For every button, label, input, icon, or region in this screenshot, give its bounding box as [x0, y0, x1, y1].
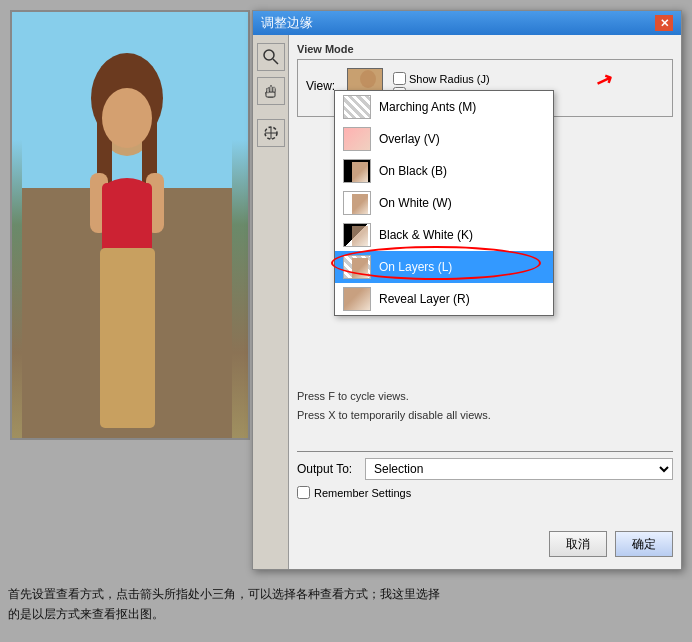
- output-label: Output To:: [297, 462, 357, 476]
- menu-thumb-bw: [343, 223, 371, 247]
- dialog-body: View Mode ↙ View: Show Radius (J): [253, 35, 681, 569]
- dialog-content: View Mode ↙ View: Show Radius (J): [289, 35, 681, 569]
- output-row: Output To: Selection Layer Mask New Laye…: [297, 458, 673, 480]
- hint-line2: Press X to temporarily disable all views…: [297, 406, 673, 425]
- menu-item-on-layers[interactable]: On Layers (L): [335, 251, 553, 283]
- menu-label-bw: Black & White (K): [379, 228, 473, 242]
- menu-label-on-black: On Black (B): [379, 164, 447, 178]
- menu-thumb-ants: [343, 95, 371, 119]
- menu-item-on-white[interactable]: On White (W): [335, 187, 553, 219]
- menu-label-on-layers: On Layers (L): [379, 260, 452, 274]
- zoom-tool-button[interactable]: [257, 43, 285, 71]
- photo-figure: [22, 28, 232, 438]
- menu-item-on-black[interactable]: On Black (B): [335, 155, 553, 187]
- svg-rect-15: [267, 88, 269, 93]
- menu-item-marching-ants[interactable]: Marching Ants (M): [335, 91, 553, 123]
- hand-tool-button[interactable]: [257, 77, 285, 105]
- svg-line-13: [273, 59, 278, 64]
- ok-button[interactable]: 确定: [615, 531, 673, 557]
- output-section: Output To: Selection Layer Mask New Laye…: [297, 445, 673, 499]
- menu-label-marching-ants: Marching Ants (M): [379, 100, 476, 114]
- remember-settings-checkbox[interactable]: [297, 486, 310, 499]
- hint-area: Press F to cycle views. Press X to tempo…: [297, 387, 673, 424]
- dialog-close-button[interactable]: ✕: [655, 15, 673, 31]
- svg-rect-11: [100, 248, 155, 428]
- button-row: 取消 确定: [549, 531, 673, 557]
- view-mode-section: ↙ View: Show Radius (J): [297, 59, 673, 117]
- toolbar: [253, 35, 289, 569]
- menu-item-reveal-layer[interactable]: Reveal Layer (R): [335, 283, 553, 315]
- main-background: 调整边缘 ✕ View Mode: [0, 0, 692, 580]
- menu-thumb-on-white: [343, 191, 371, 215]
- menu-thumb-onblack: [343, 159, 371, 183]
- menu-thumb-reveal: [343, 287, 371, 311]
- show-radius-checkbox[interactable]: [393, 72, 406, 85]
- hint-line1: Press F to cycle views.: [297, 387, 673, 406]
- menu-item-overlay[interactable]: Overlay (V): [335, 123, 553, 155]
- svg-rect-17: [273, 87, 275, 92]
- cancel-button[interactable]: 取消: [549, 531, 607, 557]
- svg-point-23: [360, 70, 376, 88]
- remember-label: Remember Settings: [314, 487, 411, 499]
- menu-thumb-layers: [343, 255, 371, 279]
- svg-rect-16: [270, 86, 272, 92]
- menu-thumb-overlay: [343, 127, 371, 151]
- remember-row: Remember Settings: [297, 486, 673, 499]
- menu-label-overlay: Overlay (V): [379, 132, 440, 146]
- menu-label-reveal-layer: Reveal Layer (R): [379, 292, 470, 306]
- dialog-titlebar: 调整边缘 ✕: [253, 11, 681, 35]
- view-mode-label: View Mode: [297, 43, 673, 55]
- menu-item-bw[interactable]: Black & White (K): [335, 219, 553, 251]
- photo-area: [10, 10, 250, 440]
- svg-rect-10: [102, 183, 152, 253]
- dialog-title-text: 调整边缘: [261, 14, 313, 32]
- menu-label-on-white: On White (W): [379, 196, 452, 210]
- separator: [297, 451, 673, 452]
- bottom-text-area: 首先设置查看方式，点击箭头所指处小三角，可以选择各种查看方式；我这里选择 的是以…: [0, 580, 692, 642]
- adjust-edge-dialog: 调整边缘 ✕ View Mode: [252, 10, 682, 570]
- show-radius-row: Show Radius (J): [393, 72, 495, 85]
- edge-detect-tool-button[interactable]: [257, 119, 285, 147]
- view-dropdown-menu: Marching Ants (M) Overlay (V) On Black (…: [334, 90, 554, 316]
- bottom-line1: 首先设置查看方式，点击箭头所指处小三角，可以选择各种查看方式；我这里选择: [8, 584, 684, 604]
- svg-point-12: [264, 50, 274, 60]
- output-select[interactable]: Selection Layer Mask New Layer: [365, 458, 673, 480]
- show-radius-label: Show Radius (J): [409, 73, 490, 85]
- bottom-line2: 的是以层方式来查看抠出图。: [8, 604, 684, 624]
- svg-point-6: [102, 88, 152, 148]
